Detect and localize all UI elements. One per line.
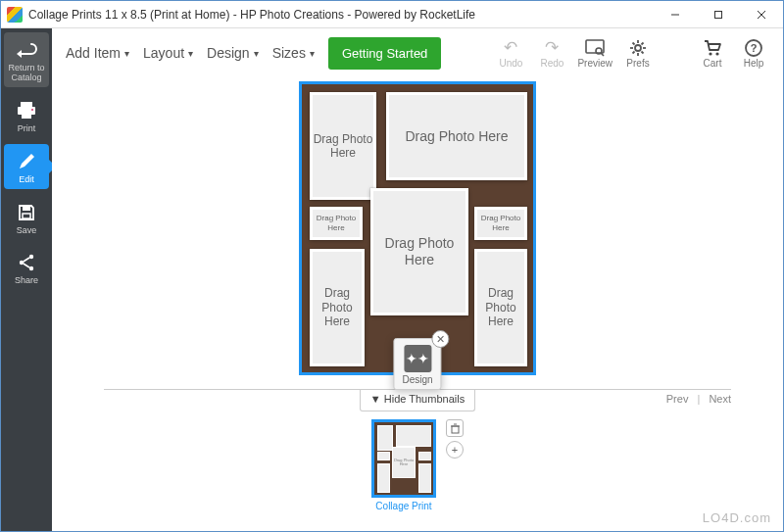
trash-icon <box>450 423 461 434</box>
drag-photo-label: Drag Photo Here <box>477 286 524 328</box>
photo-slot[interactable]: Drag Photo Here <box>386 92 527 180</box>
redo-icon: ↷ <box>541 38 563 58</box>
svg-rect-6 <box>22 113 31 119</box>
svg-line-25 <box>633 51 635 53</box>
photo-slot[interactable]: Drag Photo Here <box>310 207 363 240</box>
thumb-nav: Prev | Next <box>666 393 731 405</box>
thumbnail-bar: ▼ Hide Thumbnails Prev | Next <box>104 389 731 523</box>
sidebar-return-to-catalog[interactable]: Return to Catalog <box>4 32 49 87</box>
sidebar-share[interactable]: Share <box>4 245 49 290</box>
svg-rect-9 <box>23 214 30 218</box>
drag-photo-label: Drag Photo Here <box>313 286 362 328</box>
drag-photo-label: Drag Photo Here <box>313 132 373 161</box>
window-titlebar: Collage Prints 11 x 8.5 (Print at Home) … <box>1 1 783 28</box>
sidebar-print[interactable]: Print <box>4 93 49 138</box>
svg-line-26 <box>642 42 644 44</box>
help-button[interactable]: ? Help <box>738 38 769 69</box>
svg-point-11 <box>29 255 33 259</box>
photo-slot[interactable]: Drag Photo Here <box>370 188 468 315</box>
add-item-label: Add Item <box>66 45 121 61</box>
menu-sizes[interactable]: Sizes ▾ <box>272 45 315 61</box>
sidebar-edit-label: Edit <box>19 175 34 185</box>
svg-line-24 <box>642 51 644 53</box>
window-maximize-button[interactable] <box>697 1 740 28</box>
redo-button[interactable]: ↷ Redo <box>536 38 567 69</box>
sidebar-return-label: Return to Catalog <box>4 64 49 83</box>
undo-button[interactable]: ↶ Undo <box>495 38 526 69</box>
return-icon <box>13 38 40 62</box>
pencil-icon <box>13 150 40 173</box>
menu-add-item[interactable]: Add Item ▾ <box>66 45 129 61</box>
svg-point-18 <box>635 45 641 51</box>
drag-photo-label: Drag Photo Here <box>313 214 360 232</box>
left-sidebar: Return to Catalog Print Edit Save Share <box>1 28 52 531</box>
thumbnail-label: Collage Print <box>375 501 431 511</box>
window-controls <box>654 1 783 28</box>
layout-label: Layout <box>143 45 184 61</box>
prev-button[interactable]: Prev <box>666 393 689 405</box>
window-title: Collage Prints 11 x 8.5 (Print at Home) … <box>28 8 654 22</box>
undo-label: Undo <box>499 58 522 69</box>
svg-rect-31 <box>452 426 459 433</box>
svg-line-23 <box>633 42 635 44</box>
getting-started-button[interactable]: Getting Started <box>328 37 441 70</box>
help-icon: ? <box>743 38 764 58</box>
thumbnail-preview: Drag Photo Here <box>371 419 436 498</box>
preview-label: Preview <box>577 58 612 69</box>
thumbnails: Drag Photo Here Collage Print + <box>104 411 731 523</box>
undo-icon: ↶ <box>500 38 521 58</box>
prefs-button[interactable]: Prefs <box>622 38 654 69</box>
thumb-tools: + <box>446 419 464 459</box>
divider: | <box>697 393 700 405</box>
sidebar-save-label: Save <box>17 226 37 236</box>
preview-icon <box>584 38 606 58</box>
hide-thumbnails-button[interactable]: ▼ Hide Thumbnails <box>360 390 475 411</box>
sizes-label: Sizes <box>272 45 306 61</box>
photo-slot[interactable]: Drag Photo Here <box>310 249 365 366</box>
photo-slot[interactable]: Drag Photo Here <box>310 92 376 200</box>
design-popup[interactable]: ✕ ✦✦ Design <box>393 338 441 390</box>
photo-slot[interactable]: Drag Photo Here <box>474 207 527 240</box>
svg-line-13 <box>24 258 29 262</box>
next-button[interactable]: Next <box>709 393 731 405</box>
design-sparkle-icon: ✦✦ <box>404 345 431 372</box>
gear-icon <box>627 38 649 58</box>
thumbnail-item[interactable]: Drag Photo Here Collage Print <box>371 419 436 511</box>
app-icon <box>7 7 23 23</box>
drag-photo-label: Drag Photo Here <box>477 214 524 232</box>
delete-thumbnail-button[interactable] <box>446 419 464 437</box>
hide-thumbnails-label: Hide Thumbnails <box>384 393 465 405</box>
close-icon[interactable]: ✕ <box>432 330 450 348</box>
sidebar-print-label: Print <box>18 124 36 134</box>
preview-button[interactable]: Preview <box>577 38 612 69</box>
design-popup-label: Design <box>402 374 432 385</box>
collage-canvas[interactable]: Drag Photo Here Drag Photo Here Drag Pho… <box>299 81 536 375</box>
window-close-button[interactable] <box>740 1 783 28</box>
svg-point-28 <box>715 52 718 55</box>
menu-design[interactable]: Design ▾ <box>207 45 259 61</box>
thumbnail-bar-header: ▼ Hide Thumbnails Prev | Next <box>104 390 731 411</box>
sidebar-edit[interactable]: Edit <box>4 144 49 189</box>
sidebar-save[interactable]: Save <box>4 195 49 240</box>
cart-button[interactable]: Cart <box>697 38 728 69</box>
save-icon <box>13 201 40 224</box>
sidebar-share-label: Share <box>15 276 38 286</box>
add-thumbnail-button[interactable]: + <box>446 441 464 459</box>
drag-photo-label: Drag Photo Here <box>373 235 466 268</box>
menu-layout[interactable]: Layout ▾ <box>143 45 193 61</box>
svg-rect-4 <box>21 102 32 107</box>
history-group: ↶ Undo ↷ Redo Preview Pref <box>495 38 654 69</box>
svg-text:?: ? <box>751 42 758 54</box>
photo-slot[interactable]: Drag Photo Here <box>474 249 527 366</box>
prefs-label: Prefs <box>626 58 649 69</box>
chevron-down-icon: ▾ <box>310 48 315 59</box>
right-group: Cart ? Help <box>697 38 769 69</box>
share-icon <box>13 251 40 274</box>
collage-inner: Drag Photo Here Drag Photo Here Drag Pho… <box>310 92 525 364</box>
svg-line-14 <box>24 264 29 267</box>
plus-icon: + <box>452 444 458 456</box>
top-toolbar: Add Item ▾ Layout ▾ Design ▾ Sizes ▾ Get… <box>52 28 783 77</box>
svg-point-27 <box>709 52 711 55</box>
window-minimize-button[interactable] <box>654 1 697 28</box>
cart-label: Cart <box>704 58 722 69</box>
